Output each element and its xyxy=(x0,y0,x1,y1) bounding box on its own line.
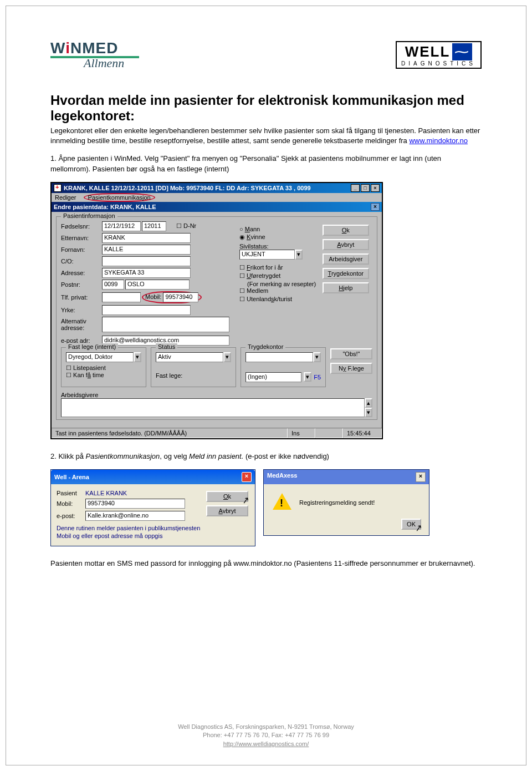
spin-down-icon[interactable]: ▾ xyxy=(365,408,372,417)
close-icon[interactable]: × xyxy=(371,184,380,192)
ok-button[interactable]: Ok xyxy=(323,225,369,236)
label-tlfprivat: Tlf. privat: xyxy=(61,294,102,301)
input-etternavn[interactable]: KRANK xyxy=(102,233,191,243)
window-title: KRANK, KALLE 12/12/12-12011 [DD] Mob: 99… xyxy=(64,185,311,191)
medaxess-ok-button[interactable]: OK xyxy=(401,519,421,530)
check-frikort[interactable]: ☐ Frikort for i år xyxy=(239,264,316,271)
avbryt-button[interactable]: Avbryt xyxy=(323,239,369,250)
menu-pasientkommunikasjon[interactable]: Pasientkommunikasjon xyxy=(84,193,155,202)
wellarena-close-icon[interactable]: × xyxy=(242,472,252,482)
medaxess-title: MedAxess xyxy=(267,472,297,482)
page-footer: Well Diagnostics AS, Forskningsparken, N… xyxy=(6,723,526,748)
intro-link[interactable]: www.mindoktor.no xyxy=(409,136,468,145)
radio-kvinne[interactable]: ◉ Kvinne xyxy=(239,234,316,241)
screenshot-winmed: KRANK, KALLE 12/12/12-12011 [DD] Mob: 99… xyxy=(50,182,482,439)
list-arbeidsgivere[interactable] xyxy=(61,398,365,417)
input-tlfprivat[interactable] xyxy=(102,292,141,302)
spin-up-icon[interactable]: ▴ xyxy=(365,398,372,408)
menu-rediger[interactable]: Rediger xyxy=(55,194,76,201)
label-f5: F5 xyxy=(314,374,321,381)
legend-pasientinfo: Pasientinformasjon xyxy=(61,212,117,219)
dialog-titlebar: Endre pasientdata: KRANK, KALLE × xyxy=(52,202,382,212)
label-co: C/O: xyxy=(61,258,102,265)
input-fornavn[interactable]: KALLE xyxy=(102,245,191,255)
check-medlem[interactable]: ☐ Medlem xyxy=(239,287,316,295)
input-co[interactable] xyxy=(102,256,191,266)
medaxess-titlebar: MedAxess × xyxy=(264,470,429,484)
status-hint: Tast inn pasientens fødselsdato. (DD/MM/… xyxy=(52,428,288,438)
check-utenlandsk[interactable]: ☐ Utenlandsk/turist xyxy=(239,296,316,303)
screenshot-wellarena: Well - Arena × Ok Avbryt PasientKALLE KR… xyxy=(50,469,482,546)
arbeidsgiver-button[interactable]: Arbeidsgiver xyxy=(323,253,369,265)
page-title: Hvordan melde inn pasienter for elektron… xyxy=(50,93,482,124)
medaxess-message: Registreringsmelding sendt! xyxy=(299,499,375,506)
logo-well-sub: DIAGNOSTICS xyxy=(401,60,476,67)
wellarena-avbryt-button[interactable]: Avbryt xyxy=(206,505,248,516)
dropdown-arrow-icon[interactable]: ▾ xyxy=(134,352,141,362)
input-yrke[interactable] xyxy=(102,305,191,315)
footer-line1: Well Diagnostics AS, Forskningsparken, N… xyxy=(6,723,526,731)
input-fodselsdato[interactable]: 12/12/1912 xyxy=(102,221,141,231)
label-postnr: Postnr: xyxy=(61,281,102,288)
label-fornavn: Fornavn: xyxy=(61,246,102,253)
footer-line2: Phone: +47 77 75 76 70, Fax: +47 77 75 7… xyxy=(6,731,526,739)
label-sivilstatus: Sivilstatus: xyxy=(239,243,316,250)
logo-winmed-sub: Allmenn xyxy=(84,56,139,70)
dropdown-arrow-icon[interactable]: ▾ xyxy=(304,372,311,382)
input-altadresse[interactable] xyxy=(102,317,229,332)
logo-well: WELL⁓ DIAGNOSTICS xyxy=(396,41,482,69)
label-altadresse: Alternativ adresse: xyxy=(61,318,102,331)
dialog-title: Endre pasientdata: KRANK, KALLE xyxy=(54,204,156,210)
select-sivilstatus[interactable]: UKJENT xyxy=(239,250,295,260)
select-trygdekontor[interactable] xyxy=(245,352,313,362)
menubar: Rediger Pasientkommunikasjon xyxy=(52,193,382,202)
check-dnr[interactable]: ☐ D-Nr xyxy=(176,222,196,230)
maximize-icon[interactable]: □ xyxy=(361,184,370,192)
input-adresse[interactable]: SYKEGATA 33 xyxy=(102,268,191,278)
label-ufor-sub: (For merking av resepter) xyxy=(247,281,316,287)
label-fodselsnr: Fødselsnr: xyxy=(61,223,102,230)
status-time: 15:45:44 xyxy=(343,428,382,438)
legend-status: Status xyxy=(156,343,177,350)
select-status[interactable]: Aktiv xyxy=(156,352,223,362)
wellarena-note1: Denne rutinen melder pasienten i publiku… xyxy=(57,524,249,532)
select-fastlege-ekstern[interactable]: (Ingen) xyxy=(245,372,301,382)
label-epost2: e-post: xyxy=(57,513,85,519)
logo-well-main: WELL xyxy=(405,43,451,60)
medaxess-close-icon[interactable]: × xyxy=(416,472,426,482)
ny-flege-button[interactable]: Ny F.lege xyxy=(330,363,372,374)
minimize-icon[interactable]: _ xyxy=(351,184,360,192)
input-mobil[interactable]: 99573940 xyxy=(163,292,198,302)
dropdown-arrow-icon[interactable]: ▾ xyxy=(295,250,303,260)
wellarena-title: Well - Arena xyxy=(54,474,89,480)
input-epost2[interactable]: Kalle.krank@online.no xyxy=(85,511,185,521)
label-adresse: Adresse: xyxy=(61,270,102,276)
input-poststed[interactable]: OSLO xyxy=(125,280,190,290)
dropdown-arrow-icon[interactable]: ▾ xyxy=(313,352,321,362)
obs-button[interactable]: "Obs!" xyxy=(330,348,372,359)
wellarena-ok-button[interactable]: Ok xyxy=(206,491,248,502)
final-note: Pasienten mottar en SMS med passord for … xyxy=(50,559,482,569)
check-kanfatime[interactable]: ☐ Kan få time xyxy=(66,372,141,379)
input-fodselsnr[interactable]: 12011 xyxy=(142,221,166,231)
check-uforetrygdet[interactable]: ☐ Uføretrygdet xyxy=(239,272,316,280)
status-ins: Ins xyxy=(288,428,315,438)
logo-winmed: WiNMED Allmenn xyxy=(50,39,139,70)
statusbar: Tast inn pasientens fødselsdato. (DD/MM/… xyxy=(52,428,382,438)
app-icon xyxy=(54,184,62,192)
footer-link[interactable]: http://www.welldiagnostics.com/ xyxy=(223,740,309,747)
radio-mann[interactable]: ○ Mann xyxy=(239,226,316,232)
dialog-close-icon[interactable]: × xyxy=(371,203,380,211)
input-mobil2[interactable]: 99573940 xyxy=(85,499,185,509)
dropdown-arrow-icon[interactable]: ▾ xyxy=(223,352,231,362)
legend-arbeidsgivere: Arbeidsgivere xyxy=(61,392,372,398)
select-fastlege[interactable]: Dyregod, Doktor xyxy=(66,352,134,362)
step-1: 1. Åpne pasienten i WinMed. Velg "Pasien… xyxy=(50,154,482,174)
label-pasient: Pasient xyxy=(57,490,85,496)
input-postnr[interactable]: 0099 xyxy=(102,280,124,290)
hjelp-button[interactable]: Hjelp xyxy=(323,282,369,293)
trygdekontor-button[interactable]: Trygdekontor xyxy=(323,268,369,279)
check-listepasient[interactable]: ☐ Listepasient xyxy=(66,364,141,372)
warning-icon xyxy=(273,493,291,512)
wellarena-titlebar: Well - Arena × xyxy=(51,470,255,484)
